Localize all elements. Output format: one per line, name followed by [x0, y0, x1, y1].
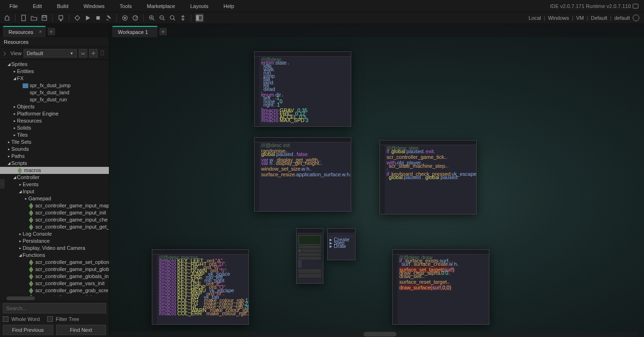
- object-window[interactable]: [296, 228, 323, 284]
- code-window[interactable]: ///@desc draw if (!surface_exists(surf))…: [392, 249, 489, 325]
- tree-folder-scripts[interactable]: ◢Scripts: [0, 160, 109, 167]
- tree-item-sprite[interactable]: spr_fx_dust_run: [0, 96, 109, 103]
- tree-hscroll[interactable]: [0, 296, 109, 301]
- find-previous-button[interactable]: Find Previous: [3, 325, 53, 335]
- tree-item-sprite[interactable]: spr_fx_dust_jump: [0, 82, 109, 89]
- clean-button[interactable]: [104, 14, 113, 22]
- code-window[interactable]: ///@desc init randomise(); global.paused…: [254, 137, 351, 212]
- menu-edit[interactable]: Edit: [25, 1, 50, 11]
- workspace-canvas[interactable]: Workspace 1 + ///@desc enum state { idle…: [109, 24, 644, 337]
- tree-item-macros[interactable]: macros: [0, 167, 109, 174]
- status-local[interactable]: Local: [528, 15, 541, 21]
- help-button[interactable]: ?: [131, 14, 140, 22]
- version-text: IDE v2.0.7.171 Runtime v2.0.7.110: [550, 3, 631, 9]
- tree-folder-display[interactable]: ▸Display, Video and Camera: [0, 245, 109, 252]
- add-view-button[interactable]: [89, 49, 98, 58]
- add-workspace-button[interactable]: +: [159, 28, 167, 35]
- whole-word-checkbox[interactable]: Whole Word: [3, 316, 40, 322]
- tab-resources[interactable]: Resources ×: [3, 26, 46, 37]
- zoom-in-button[interactable]: [148, 14, 156, 22]
- menu-file[interactable]: File: [2, 1, 25, 11]
- tree-folder-platformer-engine[interactable]: ▸Platformer Engine: [0, 110, 109, 117]
- tree-folder-entities[interactable]: ▸Entities: [0, 68, 109, 75]
- tree-folder-paths[interactable]: ▸Paths: [0, 153, 109, 160]
- code-window[interactable]: ///@desc step if (global.paused) exit; s…: [380, 140, 477, 214]
- tree-folder-controller[interactable]: ◢Controller: [0, 174, 109, 181]
- find-next-button[interactable]: Find Next: [56, 325, 107, 335]
- status-vm[interactable]: VM: [576, 15, 584, 21]
- tree-item-script[interactable]: scr_controller_game_grab_scre: [0, 287, 109, 294]
- menu-help[interactable]: Help: [216, 1, 242, 11]
- close-icon[interactable]: ×: [39, 29, 42, 34]
- home-button[interactable]: [3, 14, 11, 22]
- search-input[interactable]: [3, 303, 106, 313]
- expand-button[interactable]: [179, 14, 187, 22]
- window-titlebar[interactable]: [328, 229, 355, 233]
- status-config[interactable]: default: [614, 15, 630, 21]
- delete-view-icon[interactable]: [99, 49, 106, 57]
- code-window[interactable]: ///@desc enum state { idle, walk, run, j…: [254, 51, 351, 127]
- tree-folder-fx[interactable]: ◢FX: [0, 75, 109, 82]
- tree-folder-tilesets[interactable]: ▸Tile Sets: [0, 139, 109, 146]
- workspace-hscroll[interactable]: [109, 331, 638, 337]
- filter-tree-checkbox[interactable]: Filter Tree: [47, 316, 79, 322]
- tree-folder-sprites[interactable]: ◢Sprites: [0, 61, 109, 68]
- tree-item-script[interactable]: scr_controller_game_input_glob: [0, 266, 109, 273]
- zoom-out-button[interactable]: [158, 14, 166, 22]
- stop-button[interactable]: [94, 14, 102, 22]
- menu-build[interactable]: Build: [50, 1, 76, 11]
- tree-item-script[interactable]: scr_controller_game_vars_init: [0, 280, 109, 287]
- sidebar-collapse-handle[interactable]: ‹: [0, 179, 5, 189]
- tree-item-script[interactable]: scr_controller_game_input_map_: [0, 202, 109, 209]
- notifications-icon[interactable]: [633, 4, 638, 8]
- tree-item-script[interactable]: scr_controller_game_globals_in: [0, 273, 109, 280]
- status-windows[interactable]: Windows: [548, 15, 569, 21]
- new-project-button[interactable]: [19, 14, 28, 22]
- menu-layouts[interactable]: Layouts: [182, 1, 216, 11]
- zoom-reset-button[interactable]: [168, 14, 177, 22]
- window-titlebar[interactable]: [297, 229, 323, 233]
- window-titlebar[interactable]: [255, 52, 351, 57]
- view-dropdown[interactable]: Default ▼: [24, 49, 77, 58]
- tree-folder-tiles[interactable]: ▸Tiles: [0, 132, 109, 139]
- tree-folder-input[interactable]: ◢Input: [0, 188, 109, 195]
- debug-button[interactable]: [73, 14, 82, 22]
- edit-view-button[interactable]: [79, 49, 87, 58]
- window-titlebar[interactable]: [255, 138, 351, 142]
- game-options-button[interactable]: [121, 14, 129, 22]
- tree-item-script[interactable]: scr_controller_game_input_init: [0, 209, 109, 216]
- tree-item-script[interactable]: scr_controller_game_input_che: [0, 216, 109, 223]
- run-button[interactable]: [83, 14, 92, 22]
- window-titlebar[interactable]: [380, 140, 476, 145]
- menu-marketplace[interactable]: Marketplace: [139, 1, 182, 11]
- tree-item-script[interactable]: scr_controller_game_input_get_: [0, 223, 109, 230]
- add-tab-button[interactable]: +: [48, 28, 55, 35]
- collapse-tree-icon[interactable]: [3, 50, 8, 56]
- target-settings-icon[interactable]: [633, 15, 639, 21]
- code-window[interactable]: ///@desc macros #macro KEY_LEFT ord("A")…: [152, 249, 249, 325]
- events-window[interactable]: ▸ Create ▸ Step ▸ Draw: [327, 228, 355, 260]
- tree-item-sprite[interactable]: spr_fx_dust_land: [0, 89, 109, 96]
- tree-folder-gamepad[interactable]: ▸Gamepad: [0, 195, 109, 202]
- tree-folder-solids[interactable]: ▸Solids: [0, 124, 109, 132]
- menu-windows[interactable]: Windows: [76, 1, 112, 11]
- status-default[interactable]: Default: [591, 15, 607, 21]
- tree-folder-functions[interactable]: ◢Functions: [0, 252, 109, 259]
- tree-folder-objects[interactable]: ▸Objects: [0, 103, 109, 110]
- menu-tools[interactable]: Tools: [112, 1, 140, 11]
- tree-folder-events[interactable]: ▸Events: [0, 181, 109, 188]
- window-titlebar[interactable]: [393, 250, 489, 255]
- tree-folder-persistance[interactable]: ▸Persistance: [0, 238, 109, 245]
- tree-item-script[interactable]: scr_controller_game_set_option: [0, 259, 109, 266]
- tree-folder-log-console[interactable]: ▸Log Console: [0, 230, 109, 238]
- window-titlebar[interactable]: [152, 250, 248, 255]
- tree-folder-resources[interactable]: ▸Resources: [0, 117, 109, 124]
- save-button[interactable]: [40, 14, 49, 22]
- create-exe-button[interactable]: [57, 14, 65, 22]
- tree-folder-sounds[interactable]: ▸Sounds: [0, 146, 109, 153]
- resource-tree[interactable]: ◢Sprites ▸Entities ◢FX spr_fx_dust_jump …: [0, 60, 109, 296]
- tab-workspace-1[interactable]: Workspace 1: [112, 26, 157, 37]
- sprite-icon: [23, 98, 28, 102]
- open-project-button[interactable]: [30, 14, 38, 22]
- docking-button[interactable]: [195, 14, 204, 22]
